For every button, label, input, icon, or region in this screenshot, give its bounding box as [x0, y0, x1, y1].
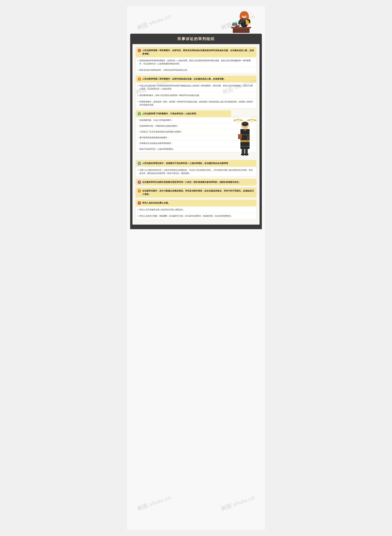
section-6: 6 合议庭评议案件，实行少数服从多数的原则。评议应当制作笔录，由合议庭成员签名。… — [135, 187, 257, 197]
section-3-item-5: 法律规定应当组成合议庭审理的案件； — [136, 140, 256, 146]
section-3-number: 3 — [138, 112, 141, 116]
bottom-space — [127, 229, 265, 238]
page-title: 民事诉讼的审判组织 — [177, 37, 215, 41]
section-7-text: 审判人员应当依法秉公办案。 — [142, 201, 170, 205]
svg-rect-1 — [231, 27, 251, 28]
section-2-number: 2 — [138, 77, 141, 81]
section-3-header: 3 人民法院审理下列民事案件，不得由审判员一人独任审理： — [135, 110, 231, 117]
watermark-6: 树图 shutu.cn — [220, 494, 256, 513]
section-5: 5 合议庭的审判长由院长或者庭长指定审判员一人担任；院长或者庭长参加审判的，由院… — [135, 179, 257, 185]
section-3-text: 人民法院审理下列民事案件，不得由审判员一人独任审理： — [142, 112, 198, 115]
section-7-header: 7 审判人员应当依法秉公办案。 — [135, 200, 257, 206]
section-4-header: 4 人民法院在审理过程中，发现案件不宜由审判员一人独任审理的，应当裁定转由合议庭… — [135, 160, 257, 167]
svg-point-46 — [244, 154, 248, 156]
main-card: 民事诉讼的审判组织 1 人民法院审理第一审民事案件，由审判员、陪审员共同组成合议… — [130, 34, 262, 229]
section-3: ✦ ✦ 3 人民法院审理下列民事案件，不得由审判员一人独任审理： 涉及国家利益、… — [135, 110, 257, 158]
section-5-text: 合议庭的审判长由院长或者庭长指定审判员一人担任；院长或者庭长参加审判的，由院长或… — [142, 180, 241, 184]
section-2: 2 人民法院审理第二审民事案件，由审判员组成合议庭。合议庭的成员人数，必须是单数… — [135, 76, 257, 108]
title-bar: 民事诉讼的审判组织 — [130, 34, 262, 44]
section-1-text: 人民法院审理第一审民事案件，由审判员、陪审员共同组成合议庭或者由审判员组成合议庭… — [142, 49, 254, 56]
section-1-item-1: 适用简易程序审理的民事案件，由审判员一人独任审理。基层人民法院审理的基本事实清楚… — [136, 58, 256, 67]
section-7-number: 7 — [138, 201, 141, 205]
section-5-number: 5 — [138, 181, 141, 184]
svg-rect-19 — [232, 24, 237, 26]
section-1-header: 1 人民法院审理第一审民事案件，由审判员、陪审员共同组成合议庭或者由审判员组成合… — [135, 47, 257, 57]
judge-female-illustration: ✦ ✦ — [228, 8, 254, 34]
section-6-number: 6 — [138, 189, 141, 193]
svg-rect-20 — [232, 23, 237, 25]
section-1: 1 人民法院审理第一审民事案件，由审判员、陪审员共同组成合议庭或者由审判员组成合… — [135, 47, 257, 74]
section-3-sub-items: 涉及国家利益、社会公共利益的案件； 涉及群体性纠纷，可能影响社会稳定的案件； 人… — [135, 117, 257, 152]
section-4-text: 人民法院在审理过程中，发现案件不宜由审判员一人独任审理的，应当裁定转由合议庭审理 — [142, 162, 228, 165]
svg-rect-21 — [233, 23, 237, 23]
section-7: 7 审判人员应当依法秉公办案。 审判人员不得接受当事人及其诉讼代理人请客送礼。 … — [135, 200, 257, 219]
section-7-item-1: 审判人员不得接受当事人及其诉讼代理人请客送礼。 — [136, 207, 256, 213]
svg-text:✦: ✦ — [252, 15, 253, 17]
section-2-item-2: 发回重审的案件。原审人民法院应当按照第一审程序另行组成合议庭。 — [136, 92, 256, 99]
svg-point-9 — [243, 15, 244, 16]
section-5-header: 5 合议庭的审判长由院长或者庭长指定审判员一人担任；院长或者庭长参加审判的，由院… — [135, 179, 257, 185]
section-3-item-1: 涉及国家利益、社会公共利益的案件； — [136, 117, 256, 123]
section-4-sub-items: 当事人认为案件由审判员一人独任审理违反法律规定的，可以向人民法院提出异议。人民法… — [135, 167, 257, 177]
section-3-item-3: 人民群众广泛关注或者其他社会影响较大的案件； — [136, 129, 256, 135]
svg-rect-0 — [233, 28, 250, 33]
section-3-item-4: 属于新类型或者疑难复杂的案件； — [136, 135, 256, 141]
section-7-sub-items: 审判人员不得接受当事人及其诉讼代理人请客送礼。 审判人员有贪污受贿、徇私舞弊，枉… — [135, 206, 257, 219]
content-area: 1 人民法院审理第一审民事案件，由审判员、陪审员共同组成合议庭或者由审判员组成合… — [132, 44, 260, 225]
section-6-header: 6 合议庭评议案件，实行少数服从多数的原则。评议应当制作笔录，由合议庭成员签名。… — [135, 187, 257, 197]
section-1-item-2: 陪审员在执行陪审职务时，与审判员有同等的权利义务。 — [136, 67, 256, 73]
section-2-item-1: 中级人民法院对第一审适用简易程序审结或者不服裁定提起上诉的第二审民事案件，事实清… — [136, 83, 256, 92]
section-4: 4 人民法院在审理过程中，发现案件不宜由审判员一人独任审理的，应当裁定转由合议庭… — [135, 160, 257, 177]
svg-text:✦: ✦ — [250, 12, 252, 14]
section-2-sub-items: 中级人民法院对第一审适用简易程序审结或者不服裁定提起上诉的第二审民事案件，事实清… — [135, 83, 257, 108]
section-1-sub-items: 适用简易程序审理的民事案件，由审判员一人独任审理。基层人民法院审理的基本事实清楚… — [135, 57, 257, 74]
watermark-5: 树图 shutu.cn — [136, 494, 172, 513]
section-3-item-2: 涉及群体性纠纷，可能影响社会稳定的案件； — [136, 123, 256, 129]
page-container: 树图 shutu.cn 树图 shutu.cn 树图 shutu.cn 树图 s… — [127, 6, 265, 530]
top-area: ✦ ✦ — [127, 6, 265, 34]
section-1-number: 1 — [138, 49, 141, 52]
section-2-item-3: 审理再审案件，原来是第一审的，按照第一审程序另行组成合议庭；原来是第二审的或者是… — [136, 99, 256, 108]
svg-point-7 — [240, 13, 242, 20]
section-3-item-6: 其他不宜由审判员一人独任审理的案件。 — [136, 146, 256, 152]
section-2-text: 人民法院审理第二审民事案件，由审判员组成合议庭。合议庭的成员人数，必须是单数。 — [142, 77, 226, 80]
section-4-number: 4 — [138, 162, 141, 165]
section-7-item-2: 审判人员有贪污受贿、徇私舞弊，枉法裁判行为的，应当追究法律责任；构成犯罪的，依法… — [136, 213, 256, 219]
section-6-text: 合议庭评议案件，实行少数服从多数的原则。评议应当制作笔录，由合议庭成员签名。评议… — [142, 189, 254, 196]
svg-point-10 — [245, 15, 246, 16]
section-2-header: 2 人民法院审理第二审民事案件，由审判员组成合议庭。合议庭的成员人数，必须是单数… — [135, 76, 257, 82]
section-4-item-1: 当事人认为案件由审判员一人独任审理违反法律规定的，可以向人民法院提出异议。人民法… — [136, 167, 256, 177]
